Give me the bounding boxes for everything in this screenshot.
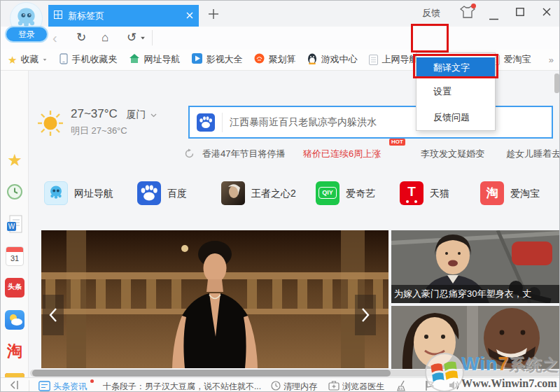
undo-dropdown-icon[interactable] [141, 37, 145, 40]
ticker-refresh-icon[interactable] [184, 148, 195, 162]
search-query[interactable]: 江西暴雨近百只老鼠凉亭内躲洪水 [230, 116, 377, 129]
news-caption[interactable]: 为嫁入豪门忍痛穿30年塑身衣，丈 [391, 285, 560, 303]
doctor-kit-icon[interactable] [328, 380, 340, 392]
bookmark-movies[interactable]: 影视大全 [192, 53, 242, 66]
house-icon [129, 53, 140, 66]
rail-favorites-star-icon[interactable]: ★ [6, 152, 23, 169]
city-dropdown-icon[interactable] [150, 113, 157, 118]
speaker-icon[interactable] [449, 380, 460, 392]
bookmark-aitaobao[interactable]: 爱淘宝 [491, 53, 531, 66]
bookmark-label: 网址导航 [144, 53, 180, 66]
tmall-cat-eye [406, 200, 409, 203]
browser-doctor-button[interactable]: 浏览器医生 [342, 381, 384, 392]
bookmark-label: 聚划算 [268, 53, 295, 66]
juhuasuan-icon [254, 53, 265, 66]
undo-icon[interactable]: ↺ [127, 31, 136, 43]
vertical-scrollbar-thumb[interactable] [554, 74, 559, 93]
penguin-icon [307, 53, 317, 66]
bookmark-label: 收藏 [20, 53, 38, 66]
shortcut-aitaobao[interactable]: 淘 爱淘宝 [480, 181, 540, 205]
status-divider [29, 380, 29, 391]
rail-calendar-icon[interactable]: 31 [6, 246, 24, 266]
bookmarks-overflow-button[interactable]: » [549, 55, 554, 65]
collapse-sidebar-icon[interactable] [9, 380, 20, 392]
shortcut-iqiyi[interactable]: QIY 爱奇艺 [316, 181, 375, 205]
minimize-button[interactable] [489, 10, 498, 23]
translate-menu: 翻译文字 设置 反馈问题 [416, 52, 496, 131]
feedback-link[interactable]: 反馈 [422, 7, 440, 20]
bookmark-site-nav[interactable]: 网址导航 [129, 53, 180, 66]
baidu-shortcut-icon [137, 181, 161, 205]
bookmark-favorites[interactable]: ★ 收藏 [8, 53, 48, 66]
horizontal-scrollbar-thumb[interactable] [32, 370, 391, 377]
bookmark-mobile-favorites[interactable]: 手机收藏夹 [59, 53, 117, 66]
tmall-shortcut-icon: T [400, 181, 424, 205]
bookmark-label: 手机收藏夹 [71, 53, 117, 66]
close-button[interactable] [542, 6, 551, 19]
weather-city[interactable]: 厦门 [127, 108, 146, 120]
carousel-next-button[interactable] [355, 295, 376, 335]
menu-item-feedback[interactable]: 反馈问题 [416, 104, 495, 130]
carousel-prev-button[interactable] [43, 295, 64, 335]
aitaobao-shortcut-icon: 淘 [480, 181, 504, 205]
ticker-item-hot[interactable]: 猪价已连续6周上涨 [303, 148, 381, 160]
calendar-top-band [6, 247, 23, 252]
rail-toutiao-icon[interactable]: 头条 [5, 278, 24, 298]
home-icon[interactable]: ⌂ [102, 31, 108, 43]
shortcut-game[interactable]: 王者之心2 [221, 181, 296, 205]
news-image-couple[interactable] [391, 306, 560, 369]
toutiao-feed-icon[interactable] [38, 381, 50, 392]
side-rail: ★ W 31 头条 淘 5折 » [1, 71, 29, 377]
hot-badge: HOT [389, 139, 405, 146]
rail-weather-icon[interactable] [5, 310, 24, 330]
menu-item-settings[interactable]: 设置 [416, 78, 495, 104]
search-box[interactable]: 江西暴雨近百只老鼠凉亭内躲洪水 [188, 106, 553, 139]
bookmark-web-nav[interactable]: 上网导航 [369, 53, 418, 66]
ticker-item[interactable]: 李玟发文疑婚变 [421, 148, 484, 160]
tab-title: 新标签页 [68, 10, 186, 22]
tab-close-icon[interactable] [186, 10, 193, 21]
login-button[interactable]: 登录 [6, 27, 47, 41]
maximize-button[interactable] [516, 6, 524, 19]
shortcut-label: 百度 [167, 181, 187, 205]
toutiao-notification-dot [90, 379, 94, 383]
bookmark-label: 爱淘宝 [503, 53, 531, 66]
weather-today: 27~37°C 厦门 [71, 107, 157, 121]
new-tab-button[interactable] [208, 8, 223, 24]
shortcut-tmall[interactable]: T 天猫 [400, 181, 449, 205]
menu-item-translate-text[interactable]: 翻译文字 [416, 57, 495, 78]
bookmark-label: 游戏中心 [321, 53, 357, 66]
back-icon[interactable]: ‹ [52, 31, 57, 45]
status-headline[interactable]: 十条段子：男子汉大豆腐，说不站住就不... [103, 381, 261, 392]
toolbar-divider [152, 30, 153, 46]
phone-icon [59, 53, 68, 66]
iqiyi-shortcut-icon: QIY [316, 181, 340, 205]
chevron-down-icon [43, 59, 47, 61]
weather-range: 27~37°C [71, 107, 118, 120]
rail-word-doc-icon[interactable]: W [6, 215, 23, 232]
weather-sun-icon [37, 110, 64, 139]
clean-memory-button[interactable]: 清理内存 [284, 381, 317, 392]
flag-icon[interactable] [425, 380, 435, 392]
tab-grid-icon [54, 10, 62, 21]
shortcut-label: 天猫 [430, 181, 449, 205]
shortcut-label: 网址导航 [74, 181, 113, 205]
tab-new-page[interactable]: 新标签页 [48, 5, 199, 27]
rail-taobao-icon[interactable]: 淘 [6, 342, 23, 359]
tmall-letter: T [407, 184, 416, 199]
carousel-main-image[interactable] [41, 230, 388, 368]
bookmark-juhuasuan[interactable]: 聚划算 [254, 53, 295, 66]
page-icon [369, 55, 378, 65]
shortcut-baidu[interactable]: 百度 [137, 181, 187, 205]
rail-history-clock-icon[interactable] [6, 183, 23, 200]
refresh-icon[interactable]: ↻ [76, 31, 86, 43]
timer-clock-icon [271, 381, 281, 392]
ticker-item[interactable]: 趁女儿睡着去吃 [506, 148, 560, 160]
broom-icon[interactable] [397, 380, 408, 392]
toutiao-feed-label[interactable]: 头条资讯 [53, 381, 87, 392]
shortcut-nav[interactable]: 网址导航 [44, 181, 113, 205]
ticker-item[interactable]: 香港47年节目将停播 [202, 148, 285, 160]
game-shortcut-icon [221, 181, 245, 205]
bookmark-game-center[interactable]: 游戏中心 [307, 53, 357, 66]
skin-notification-dot [471, 4, 476, 8]
